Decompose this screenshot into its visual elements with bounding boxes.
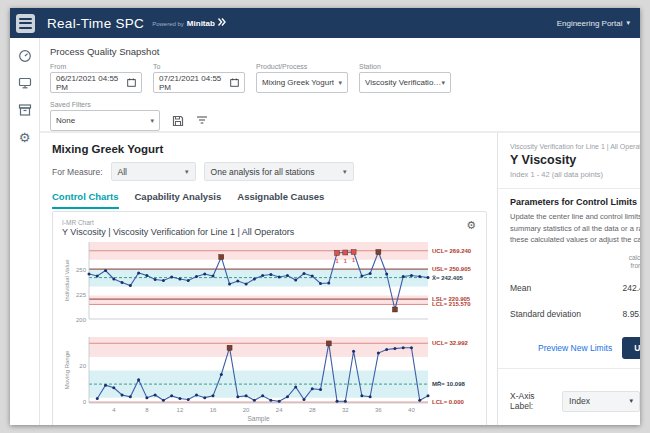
params-table: calculated from data Mean 242.4048 Stand…	[510, 254, 640, 323]
measure-select[interactable]: All ▾	[111, 162, 196, 181]
chevron-down-icon: ▾	[338, 79, 342, 87]
section-title: Process Quality Snapshot	[50, 46, 640, 57]
svg-text:0: 0	[83, 399, 87, 405]
chart-card: I-MR Chart Y Viscosity | Viscosity Verif…	[52, 211, 487, 425]
svg-text:UCL= 32.992: UCL= 32.992	[432, 340, 469, 346]
filter-funnel-icon[interactable]	[196, 115, 208, 127]
table-row: Standard deviation 8.951738	[510, 305, 640, 323]
powered-by: Powered by Minitab	[152, 18, 226, 28]
saved-filters-select[interactable]: None ▾	[50, 110, 160, 131]
chevron-down-icon: ▾	[185, 168, 189, 176]
svg-text:20: 20	[79, 363, 86, 369]
tab-bar: Control Charts Capability Analysis Assig…	[52, 191, 497, 209]
station-select[interactable]: Viscosity Verification for ... ▾	[359, 72, 451, 93]
settings-gear-icon[interactable]: ⚙	[17, 129, 33, 145]
stdev-label: Standard deviation	[510, 309, 603, 319]
portal-menu[interactable]: Engineering Portal ▾	[557, 19, 630, 28]
params-title: Parameters for Control Limits	[510, 197, 640, 207]
tab-assignable-causes[interactable]: Assignable Causes	[237, 191, 324, 209]
svg-text:40: 40	[408, 407, 415, 413]
svg-text:12: 12	[177, 407, 184, 413]
panel-subtitle: Index 1 - 42 (all data points)	[510, 170, 640, 179]
svg-text:20: 20	[243, 407, 250, 413]
chart-title: Y Viscosity | Viscosity Verification for…	[62, 227, 486, 237]
save-filter-icon[interactable]	[172, 115, 184, 127]
calendar-icon[interactable]	[127, 78, 136, 87]
svg-text:1: 1	[344, 258, 347, 264]
preview-new-limits-link[interactable]: Preview New Limits	[538, 343, 612, 353]
tab-control-charts[interactable]: Control Charts	[52, 191, 119, 209]
chevron-down-icon: ▾	[343, 168, 347, 176]
product-select[interactable]: Mixing Greek Yogurt ▾	[256, 72, 348, 93]
analysis-value: One analysis for all stations	[211, 167, 315, 177]
product-value: Mixing Greek Yogurt	[262, 78, 334, 87]
svg-text:Moving Range: Moving Range	[64, 350, 70, 389]
chevron-down-icon: ▾	[441, 79, 445, 87]
panel-context: Viscosity Verification for Line 1 | All …	[510, 143, 640, 150]
svg-text:8: 8	[145, 407, 149, 413]
product-label: Product/Process	[256, 63, 348, 70]
process-title: Mixing Greek Yogurt	[52, 143, 497, 155]
to-date-value: 07/21/2021 04:55 PM	[159, 74, 230, 92]
x-axis-select[interactable]: Index ▾	[562, 391, 640, 412]
measure-value: All	[118, 167, 127, 177]
from-date-input[interactable]: 06/21/2021 04:55 PM	[50, 72, 142, 93]
chart-settings-gear-icon[interactable]: ⚙	[466, 220, 476, 231]
svg-text:24: 24	[276, 407, 283, 413]
chevron-down-icon: ▾	[150, 117, 154, 125]
svg-text:X̄= 242.405: X̄= 242.405	[432, 275, 464, 281]
station-label: Station	[359, 63, 451, 70]
filter-section: Process Quality Snapshot From 06/21/2021…	[40, 38, 640, 133]
calendar-icon[interactable]	[230, 78, 239, 87]
control-limits-panel: Viscosity Verification for Line 1 | All …	[497, 133, 640, 425]
svg-text:250: 250	[76, 267, 87, 273]
from-label: From	[50, 63, 142, 70]
for-measure-label: For Measure:	[52, 167, 103, 177]
svg-text:1: 1	[336, 258, 339, 264]
x-axis-value: Index	[569, 396, 590, 406]
dashboard-gauge-icon[interactable]	[17, 48, 33, 64]
svg-text:32: 32	[342, 407, 349, 413]
svg-text:Individual Value: Individual Value	[64, 259, 70, 302]
individuals-chart: UCL= 269.240USL= 250.905X̄= 242.405LSL= …	[62, 240, 487, 324]
column-header: calculated from data	[510, 254, 640, 271]
x-axis-label: X-Axis Label:	[510, 391, 552, 411]
monitor-icon[interactable]	[17, 75, 33, 91]
mean-label: Mean	[510, 283, 603, 293]
app-title: Real-Time SPC	[47, 16, 144, 31]
saved-filters-value: None	[56, 116, 75, 125]
stdev-calculated-value: 8.951738	[603, 309, 640, 319]
tab-capability-analysis[interactable]: Capability Analysis	[135, 191, 222, 209]
svg-text:MR̄= 10.098: MR̄= 10.098	[432, 381, 466, 387]
saved-filters-label: Saved Filters	[50, 101, 160, 108]
analysis-select[interactable]: One analysis for all stations ▾	[204, 162, 354, 181]
params-description: Update the center line and control limit…	[510, 211, 640, 246]
svg-text:225: 225	[76, 292, 87, 298]
chevron-down-icon: ▾	[626, 19, 630, 27]
chevron-down-icon: ▾	[629, 397, 633, 405]
powered-by-label: Powered by	[152, 21, 184, 27]
panel-title: Y Viscosity	[510, 153, 640, 167]
brand-name: Minitab	[187, 19, 215, 28]
menu-icon[interactable]	[16, 14, 35, 33]
archive-box-icon[interactable]	[17, 102, 33, 118]
mean-calculated-value: 242.4048	[603, 283, 640, 293]
main-area: Mixing Greek Yogurt For Measure: All ▾ O…	[40, 133, 497, 425]
svg-text:28: 28	[309, 407, 316, 413]
svg-text:16: 16	[210, 407, 217, 413]
svg-text:1: 1	[352, 257, 355, 263]
nav-rail: ⚙	[10, 38, 40, 425]
from-date-value: 06/21/2021 04:55 PM	[56, 74, 127, 92]
svg-text:LCL= 215.570: LCL= 215.570	[432, 301, 471, 307]
svg-text:LCL= 0.000: LCL= 0.000	[432, 399, 465, 405]
table-row: Mean 242.4048	[510, 279, 640, 297]
svg-text:UCL= 269.240: UCL= 269.240	[432, 248, 472, 254]
svg-text:Sample: Sample	[247, 415, 269, 423]
portal-label: Engineering Portal	[557, 19, 623, 28]
app-window: Real-Time SPC Powered by Minitab Enginee…	[10, 8, 640, 425]
to-label: To	[153, 63, 245, 70]
svg-text:4: 4	[112, 407, 116, 413]
chart-type-label: I-MR Chart	[62, 219, 486, 226]
update-control-limits-button[interactable]: Update Control Limits	[622, 337, 640, 359]
to-date-input[interactable]: 07/21/2021 04:55 PM	[153, 72, 245, 93]
